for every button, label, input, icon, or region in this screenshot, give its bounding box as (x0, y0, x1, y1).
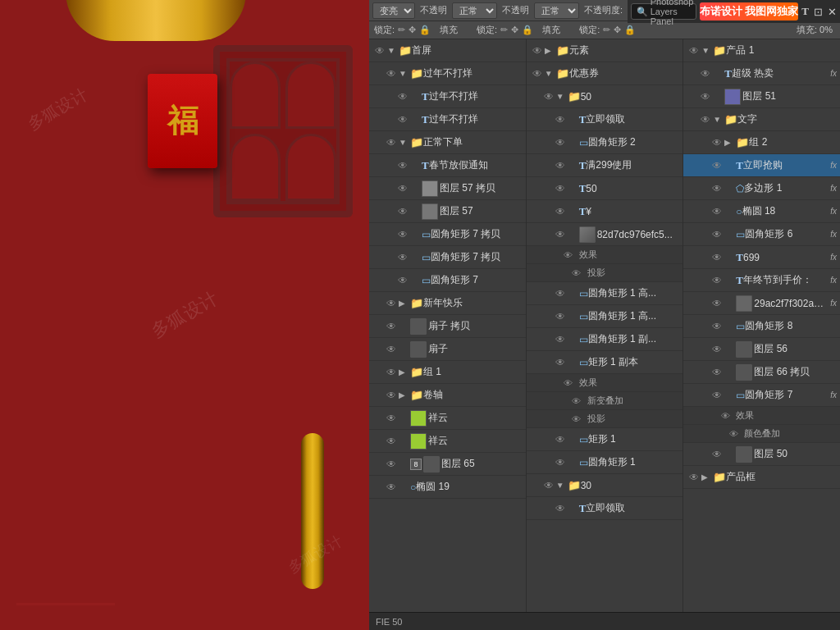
expand-icon[interactable]: ▼ (556, 92, 568, 101)
eye-icon[interactable]: 👁 (710, 137, 724, 148)
eye-icon[interactable]: 👁 (710, 229, 724, 240)
list-item[interactable]: 👁 ○ 椭圆 19 (369, 476, 526, 499)
lock-lock-icon-2[interactable]: 🔒 (522, 25, 533, 35)
eye-icon[interactable]: 👁 (395, 252, 410, 263)
expand-icon[interactable]: ▶ (701, 472, 713, 482)
eye-icon[interactable]: 👁 (710, 390, 724, 401)
eye-icon[interactable]: 👁 (395, 183, 410, 194)
list-item[interactable]: 👁 图层 51 (683, 85, 840, 108)
eye-icon[interactable]: 👁 (395, 229, 410, 240)
search-box[interactable]: 🔍 Photoshop Layers Panel (631, 3, 696, 20)
effect-eye-icon[interactable]: 👁 (726, 429, 741, 439)
expand-icon[interactable]: ▼ (545, 69, 556, 78)
eye-icon[interactable]: 👁 (698, 68, 713, 80)
eye-icon[interactable]: 👁 (384, 344, 399, 355)
list-item[interactable]: 👁 图层 56 (683, 338, 840, 361)
expand-icon[interactable]: ▼ (713, 115, 724, 124)
eye-icon[interactable]: 👁 (553, 229, 568, 240)
eye-icon[interactable]: 👁 (710, 321, 724, 332)
eye-icon[interactable]: 👁 (530, 68, 545, 80)
list-item[interactable]: 👁 ▼ 📁 50 (527, 85, 683, 108)
eye-icon[interactable]: 👁 (710, 298, 724, 309)
expand-icon[interactable]: ▶ (545, 46, 556, 55)
list-item[interactable]: 👁 T 立即抢购 fx (683, 154, 840, 177)
eye-icon[interactable]: 👁 (541, 91, 556, 103)
eye-icon[interactable]: 👁 (395, 91, 410, 103)
list-item[interactable]: 👁 ▭ 圆角矩形 7 (369, 269, 526, 292)
eye-icon[interactable]: 👁 (384, 390, 399, 401)
list-item[interactable]: 👁 图层 66 拷贝 (683, 361, 840, 384)
eye-icon[interactable]: 👁 (553, 288, 568, 299)
lock-lock-icon-3[interactable]: 🔒 (624, 25, 636, 35)
effect-eye-icon[interactable]: 👁 (569, 268, 584, 278)
list-item[interactable]: 👁 T 699 fx (683, 246, 840, 269)
eye-icon[interactable]: 👁 (698, 114, 713, 126)
list-item[interactable]: 👁 ▭ 圆角矩形 1 高... (527, 305, 683, 328)
icon-close[interactable]: ✕ (828, 6, 837, 18)
list-item[interactable]: 👁 祥云 (369, 407, 526, 430)
eye-icon[interactable]: 👁 (710, 252, 724, 263)
list-item[interactable]: 👁 ▼ 📁 过年不打烊 (369, 62, 526, 85)
eye-icon[interactable]: 👁 (384, 459, 399, 470)
list-item[interactable]: 👁 ▼ 📁 产品 1 (683, 39, 840, 62)
lock-move-icon-3[interactable]: ✥ (614, 25, 621, 35)
list-item[interactable]: 👁 T 春节放假通知 (369, 154, 526, 177)
list-item[interactable]: 👁 ⬠ 多边形 1 fx (683, 177, 840, 200)
eye-icon[interactable]: 👁 (384, 68, 399, 80)
list-item[interactable]: 👁 图层 57 拷贝 (369, 177, 526, 200)
list-item[interactable]: 👁 ▭ 圆角矩形 7 拷贝 (369, 223, 526, 246)
expand-icon[interactable]: ▶ (399, 299, 410, 308)
list-item[interactable]: 👁 ▶ 📁 产品框 (683, 466, 840, 489)
list-item[interactable]: 👁 T 年终节到手价： fx (683, 269, 840, 292)
list-item[interactable]: 👁 T 超级 热卖 fx (683, 62, 840, 85)
eye-icon[interactable]: 👁 (553, 137, 568, 148)
eye-icon[interactable]: 👁 (687, 45, 701, 57)
list-item[interactable]: 👁 ▭ 圆角矩形 6 fx (683, 223, 840, 246)
eye-icon[interactable]: 👁 (710, 367, 724, 378)
lock-pen-icon-2[interactable]: ✏ (500, 25, 508, 35)
effect-eye-icon[interactable]: 👁 (561, 378, 576, 388)
expand-icon[interactable]: ▼ (399, 69, 410, 78)
eye-icon[interactable]: 👁 (553, 206, 568, 217)
list-item[interactable]: 👁 祥云 (369, 430, 526, 453)
eye-icon[interactable]: 👁 (710, 275, 724, 286)
list-item[interactable]: 👁 扇子 拷贝 (369, 315, 526, 338)
list-item[interactable]: 👁 图层 50 (683, 443, 840, 466)
list-item[interactable]: 👁 ○ 椭圆 18 fx (683, 200, 840, 223)
eye-icon[interactable]: 👁 (710, 344, 724, 355)
eye-icon[interactable]: 👁 (541, 480, 556, 491)
lock-pen-icon-3[interactable]: ✏ (603, 25, 610, 35)
list-item[interactable]: 👁 ▭ 圆角矩形 7 fx (683, 384, 840, 407)
effect-eye-icon[interactable]: 👁 (569, 414, 584, 424)
list-item[interactable]: 👁 ▶ 📁 元素 (527, 39, 683, 62)
list-item[interactable]: 👁 ▭ 圆角矩形 1 高... (527, 282, 683, 305)
eye-icon[interactable]: 👁 (553, 457, 568, 468)
list-item[interactable]: 👁 ▼ 📁 正常下单 (369, 131, 526, 154)
expand-icon[interactable]: ▶ (724, 138, 736, 147)
eye-icon[interactable]: 👁 (553, 334, 568, 345)
list-item[interactable]: 👁 ▭ 矩形 1 副本 (527, 351, 683, 374)
list-item[interactable]: 👁 29ac2f7f302a9a3c... fx (683, 292, 840, 315)
list-item[interactable]: 👁 ▼ 📁 文字 (683, 108, 840, 131)
list-item[interactable]: 👁 ▼ 📁 优惠券 (527, 62, 683, 85)
eye-icon[interactable]: 👁 (553, 311, 568, 322)
icon-resize[interactable]: ⊡ (814, 6, 823, 18)
expand-icon[interactable]: ▼ (387, 46, 399, 55)
list-item[interactable]: 👁 ▭ 圆角矩形 2 (527, 131, 683, 154)
eye-icon[interactable]: 👁 (553, 357, 568, 368)
mode-select-2[interactable]: 正常 (452, 2, 497, 19)
eye-icon[interactable]: 👁 (553, 434, 568, 445)
eye-icon[interactable]: 👁 (530, 45, 545, 57)
list-item[interactable]: 👁 图层 57 (369, 200, 526, 223)
eye-icon[interactable]: 👁 (710, 206, 724, 217)
eye-icon[interactable]: 👁 (710, 160, 724, 171)
eye-icon[interactable]: 👁 (384, 137, 399, 148)
eye-icon[interactable]: 👁 (384, 482, 399, 493)
list-item[interactable]: 👁 ▭ 圆角矩形 1 副... (527, 328, 683, 351)
eye-icon[interactable]: 👁 (384, 298, 399, 309)
list-item[interactable]: 👁 ▶ 📁 卷轴 (369, 384, 526, 407)
lock-move-icon[interactable]: ✥ (409, 25, 416, 35)
expand-icon[interactable]: ▼ (399, 138, 410, 147)
list-item[interactable]: 👁 ▭ 矩形 1 (527, 428, 683, 451)
list-item[interactable]: 👁 8 图层 65 (369, 453, 526, 476)
